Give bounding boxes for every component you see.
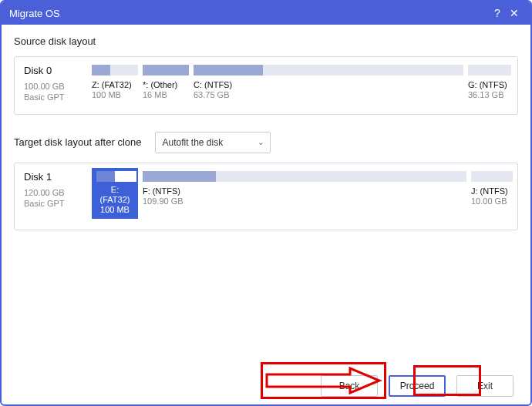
partition-other[interactable]: *: (Other) 16 MB	[143, 65, 189, 99]
window-title: Migrate OS	[9, 8, 489, 19]
disk-type: Basic GPT	[24, 92, 84, 102]
target-header-row: Target disk layout after clone Autofit t…	[14, 132, 518, 153]
disk-size: 120.00 GB	[24, 187, 84, 198]
source-partitions: Z: (FAT32) 100 MB *: (Other) 16 MB C: (N…	[92, 65, 511, 99]
target-section-label: Target disk layout after clone	[14, 136, 141, 148]
close-icon[interactable]: ✕	[506, 7, 523, 19]
source-section-label: Source disk layout	[14, 35, 518, 47]
dropdown-value: Autofit the disk	[162, 137, 223, 148]
migrate-os-window: Migrate OS ? ✕ Source disk layout Disk 0…	[0, 0, 532, 406]
disk-type: Basic GPT	[24, 198, 84, 209]
partition-g[interactable]: G: (NTFS) 36.13 GB	[468, 65, 511, 99]
help-icon[interactable]: ?	[489, 7, 506, 19]
partition-f[interactable]: F: (NTFS) 109.90 GB	[143, 171, 466, 206]
titlebar: Migrate OS ? ✕	[2, 2, 530, 25]
disk-size: 100.00 GB	[24, 81, 84, 92]
partition-c[interactable]: C: (NTFS) 63.75 GB	[194, 65, 463, 99]
proceed-button[interactable]: Proceed	[389, 375, 446, 397]
disk-name: Disk 1	[24, 171, 84, 183]
disk-name: Disk 0	[24, 65, 84, 76]
partition-z[interactable]: Z: (FAT32) 100 MB	[92, 65, 138, 99]
chevron-down-icon: ⌄	[258, 138, 264, 146]
source-disk-info: Disk 0 100.00 GB Basic GPT	[24, 65, 84, 103]
source-disk-panel: Disk 0 100.00 GB Basic GPT Z: (FAT32) 10…	[14, 56, 518, 115]
target-disk-panel: Disk 1 120.00 GB Basic GPT E: (FAT32) 10…	[14, 163, 518, 230]
content-area: Source disk layout Disk 0 100.00 GB Basi…	[2, 25, 530, 367]
back-button[interactable]: Back	[321, 375, 378, 397]
exit-button[interactable]: Exit	[456, 375, 513, 397]
footer: Back Proceed Exit	[2, 367, 530, 404]
target-disk-info: Disk 1 120.00 GB Basic GPT	[24, 171, 84, 210]
target-partitions: E: (FAT32) 100 MB F: (NTFS) 109.90 GB J:…	[92, 171, 513, 219]
partition-j[interactable]: J: (NTFS) 10.00 GB	[471, 171, 513, 206]
autofit-dropdown[interactable]: Autofit the disk ⌄	[155, 132, 271, 153]
partition-e-selected[interactable]: E: (FAT32) 100 MB	[92, 168, 138, 219]
